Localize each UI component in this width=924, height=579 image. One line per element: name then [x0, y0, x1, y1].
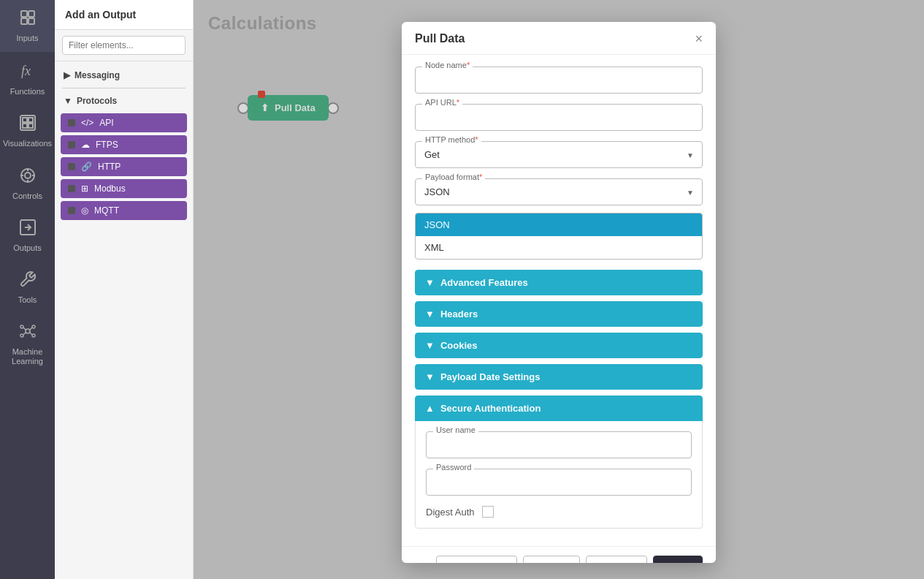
svg-point-20 [20, 334, 23, 337]
username-input[interactable] [426, 431, 692, 458]
outputs-icon [19, 219, 37, 241]
node-name-input[interactable] [415, 67, 703, 94]
payload-format-select[interactable]: JSON XML [415, 178, 703, 205]
secure-auth-header[interactable]: ▲ Secure Authentication [415, 396, 703, 421]
sidebar-item-controls[interactable]: Controls [0, 158, 55, 210]
secure-auth-label: Secure Authentication [440, 403, 541, 414]
http-method-select-wrapper: Get Post Put Delete [415, 141, 703, 168]
machine-learning-icon [19, 322, 37, 344]
svg-rect-6 [23, 118, 27, 122]
svg-rect-7 [28, 118, 33, 122]
sidebar-item-label-visualizations: Visualizations [3, 139, 52, 148]
modal-close-button[interactable]: × [695, 32, 703, 45]
modal-overlay: Pull Data × Node name* API URL* [194, 0, 924, 579]
save-button[interactable]: Save [653, 556, 703, 563]
password-input[interactable] [426, 469, 692, 496]
secure-auth-fields: User name Password Digest Auth [415, 421, 703, 529]
api-drag-handle [68, 119, 75, 126]
password-label: Password [433, 463, 474, 472]
svg-rect-0 [21, 11, 27, 17]
delete-node-button[interactable]: Delete Node [436, 556, 516, 563]
headers-arrow: ▼ [425, 309, 435, 319]
svg-rect-8 [23, 124, 27, 128]
mqtt-icon: ◎ [81, 205, 88, 216]
messaging-section-header[interactable]: ▶ Messaging [55, 66, 193, 85]
ftps-drag-handle [68, 141, 75, 148]
headers-header[interactable]: ▼ Headers [415, 301, 703, 327]
username-label: User name [433, 425, 478, 434]
inputs-icon [19, 9, 37, 31]
functions-icon: fx [18, 61, 37, 84]
protocol-item-api[interactable]: </> API [61, 113, 187, 132]
cookies-label: Cookies [440, 340, 478, 351]
mqtt-label: MQTT [94, 205, 119, 216]
controls-icon [19, 167, 37, 189]
svg-line-23 [29, 328, 32, 330]
pull-data-modal: Pull Data × Node name* API URL* [402, 22, 716, 563]
sidebar-item-label-tools: Tools [18, 295, 37, 305]
sidebar-item-label-ml: Machine Learning [3, 347, 52, 366]
sidebar-item-inputs[interactable]: Inputs [0, 0, 55, 52]
sidebar-item-label-outputs: Outputs [13, 243, 42, 253]
svg-point-21 [32, 334, 35, 337]
advanced-features-header[interactable]: ▼ Advanced Features [415, 270, 703, 295]
advanced-features-label: Advanced Features [440, 277, 528, 288]
svg-point-19 [32, 325, 35, 328]
api-url-input[interactable] [415, 104, 703, 131]
messaging-expand-icon: ▶ [64, 70, 70, 80]
payload-date-header[interactable]: ▼ Payload Date Settings [415, 364, 703, 390]
modal-footer: Delete Node Cancel Activate Save [402, 546, 716, 563]
cookies-arrow: ▼ [425, 340, 435, 351]
secure-auth-section: ▲ Secure Authentication User name Passwo… [415, 396, 703, 529]
api-url-group: API URL* [415, 104, 703, 131]
sidebar-item-functions[interactable]: fx Functions [0, 52, 55, 105]
svg-point-18 [20, 325, 23, 328]
activate-button[interactable]: Activate [586, 556, 647, 563]
api-label: API [99, 118, 113, 128]
sidebar-item-machine-learning[interactable]: Machine Learning [0, 314, 55, 375]
http-icon: 🔗 [81, 162, 92, 172]
sidebar-item-outputs[interactable]: Outputs [0, 210, 55, 262]
api-icon: </> [81, 118, 93, 128]
protocols-list: </> API ☁ FTPS 🔗 HTTP ⊞ Modbus ◎ MQ [55, 113, 193, 220]
panel-filter-container [55, 30, 193, 61]
protocol-item-ftps[interactable]: ☁ FTPS [61, 135, 187, 154]
sidebar: Inputs fx Functions Visualizations [0, 0, 55, 579]
payload-format-group: Payload format* JSON XML [415, 178, 703, 205]
cookies-header[interactable]: ▼ Cookies [415, 333, 703, 358]
advanced-features-section: ▼ Advanced Features [415, 270, 703, 295]
ftps-label: FTPS [96, 140, 118, 150]
cancel-button[interactable]: Cancel [523, 556, 580, 563]
http-method-label: HTTP method* [422, 135, 481, 144]
svg-line-22 [23, 328, 26, 330]
svg-rect-1 [28, 11, 34, 17]
protocol-item-mqtt[interactable]: ◎ MQTT [61, 201, 187, 220]
payload-option-xml[interactable]: XML [416, 236, 702, 259]
messaging-label: Messaging [75, 70, 120, 80]
http-method-group: HTTP method* Get Post Put Delete [415, 141, 703, 168]
protocols-expand-icon: ▼ [64, 96, 72, 106]
http-drag-handle [68, 163, 75, 170]
visualizations-icon [19, 114, 37, 136]
sidebar-item-label-controls: Controls [12, 192, 42, 201]
payload-format-label: Payload format* [422, 173, 485, 181]
protocol-item-modbus[interactable]: ⊞ Modbus [61, 179, 187, 198]
protocol-item-http[interactable]: 🔗 HTTP [61, 157, 187, 176]
filter-input[interactable] [62, 36, 186, 55]
digest-auth-checkbox[interactable] [482, 506, 494, 518]
sidebar-item-visualizations[interactable]: Visualizations [0, 105, 55, 157]
protocols-section-header[interactable]: ▼ Protocols [55, 91, 193, 110]
headers-label: Headers [440, 309, 478, 319]
cookies-section: ▼ Cookies [415, 333, 703, 358]
sidebar-item-tools[interactable]: Tools [0, 262, 55, 314]
panel-header: Add an Output [55, 0, 193, 30]
mqtt-drag-handle [68, 207, 75, 214]
advanced-features-arrow: ▼ [425, 277, 435, 288]
http-method-select[interactable]: Get Post Put Delete [415, 141, 703, 168]
headers-section: ▼ Headers [415, 301, 703, 327]
node-name-group: Node name* [415, 67, 703, 94]
sidebar-item-label-inputs: Inputs [17, 34, 39, 43]
svg-rect-3 [28, 18, 34, 24]
svg-point-11 [25, 173, 31, 178]
payload-option-json[interactable]: JSON [416, 213, 702, 236]
